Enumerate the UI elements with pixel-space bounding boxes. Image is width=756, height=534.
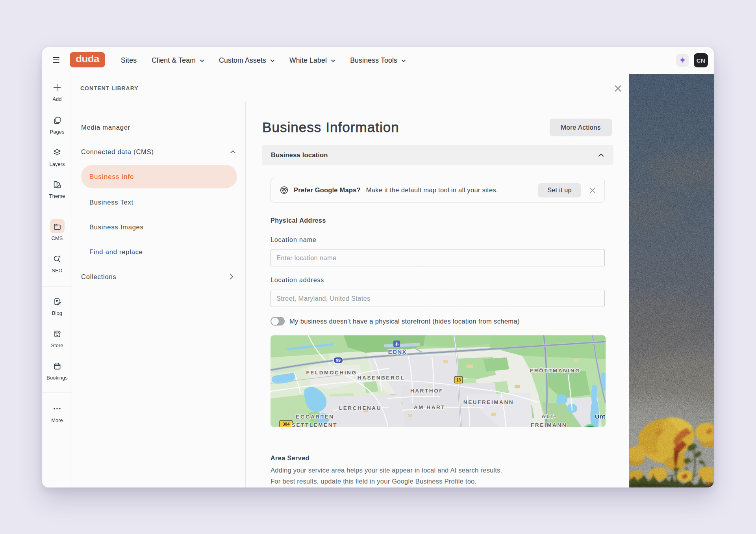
map-label-froettmaning: FRÖTTMANING <box>530 368 580 374</box>
chevron-down-icon <box>331 60 335 62</box>
map-label-am-hart: AM HART <box>414 404 445 410</box>
nav-white-label[interactable]: White Label <box>289 56 335 65</box>
rail-item-layers[interactable]: Layers <box>42 148 72 167</box>
airport-icon <box>393 340 400 347</box>
divider <box>271 436 603 436</box>
location-map[interactable]: 99 13 304 <box>271 335 606 427</box>
area-served-description: Adding your service area helps your site… <box>271 465 502 487</box>
chevron-down-icon <box>402 60 406 62</box>
rail-item-seo[interactable]: SEO <box>42 254 72 274</box>
rail-item-store[interactable]: Store <box>42 329 72 348</box>
business-location-accordion[interactable]: Business location <box>262 145 613 165</box>
rail-item-blog[interactable]: Blog <box>42 297 72 316</box>
banner-text: Make it the default map tool in all your… <box>366 186 498 194</box>
page-title: Business Information <box>262 119 399 135</box>
folder-icon <box>53 223 61 231</box>
blog-icon <box>53 298 61 306</box>
physical-address-label: Physical Address <box>271 217 326 224</box>
ellipsis-icon <box>53 407 61 410</box>
location-name-input[interactable] <box>271 249 605 266</box>
app-window: duda Sites Client & Team Custom Assets W… <box>42 47 714 487</box>
pages-icon <box>53 116 61 125</box>
chevron-down-icon <box>271 60 274 62</box>
rail-item-bookings[interactable]: Bookings <box>42 361 72 381</box>
list-item-business-info-active[interactable]: Business info <box>81 165 237 188</box>
hamburger-menu-icon[interactable] <box>53 57 59 63</box>
route-shield-a99: 99 <box>334 357 343 363</box>
list-item-business-images[interactable]: Business Images <box>72 222 245 232</box>
theme-icon <box>53 180 61 189</box>
content-library-header: CONTENT LIBRARY <box>72 73 629 102</box>
route-13-text: 13 <box>456 378 461 382</box>
map-canvas: 99 13 304 <box>271 335 606 427</box>
list-item-business-text[interactable]: Business Text <box>72 197 245 207</box>
chevron-up-icon <box>230 150 236 154</box>
map-label-settlement: SETTLEMENT <box>292 422 337 427</box>
plus-icon <box>53 83 61 92</box>
route-shield-304: 304 <box>280 421 293 427</box>
content-library-title: CONTENT LIBRARY <box>80 85 139 91</box>
content-library-list: Media manager Connected data (CMS) Busin… <box>72 102 246 487</box>
map-label-unterfoehring: Unt <box>595 413 605 420</box>
nav-custom-assets[interactable]: Custom Assets <box>219 56 274 65</box>
route-shield-13: 13 <box>454 376 463 383</box>
map-label-feldmoching: FELDMOCHING <box>306 370 357 376</box>
set-it-up-button[interactable]: Set it up <box>538 183 581 197</box>
nav-sites[interactable]: Sites <box>121 56 137 65</box>
location-address-input[interactable] <box>271 290 605 307</box>
chevron-up-icon <box>598 153 604 157</box>
main-nav: Sites Client & Team Custom Assets White … <box>121 47 406 73</box>
map-label-eggarten: EGGARTEN <box>296 414 334 420</box>
content-library-panel: CONTENT LIBRARY Media manager Connected … <box>72 73 629 487</box>
map-label-harthof: HARTHOF <box>410 388 443 394</box>
sparkle-icon <box>678 56 687 65</box>
chevron-right-icon <box>230 274 233 280</box>
nav-client-team[interactable]: Client & Team <box>152 56 204 65</box>
map-label-neufreimann: NEUFREIMANN <box>463 399 514 405</box>
map-label-freimann: FREIMANN <box>531 422 567 427</box>
route-304-text: 304 <box>283 422 290 426</box>
chevron-down-icon <box>200 60 204 62</box>
list-item-collections[interactable]: Collections <box>72 272 245 281</box>
duda-logo[interactable]: duda <box>70 52 105 67</box>
business-information-panel: Business Information More Actions Busine… <box>246 102 629 487</box>
topbar-right: CN <box>676 47 714 73</box>
area-served-label: Area Served <box>271 455 309 462</box>
list-item-media-manager[interactable]: Media manager <box>72 123 245 132</box>
map-label-hasenbergl: HASENBERGL <box>358 375 405 381</box>
route-a99-text: 99 <box>336 358 341 363</box>
seo-search-icon <box>53 255 61 263</box>
banner-bold-text: Prefer Google Maps? <box>294 186 361 194</box>
map-label-alt: ALT- <box>541 413 557 419</box>
storefront-toggle[interactable] <box>271 317 285 326</box>
map-label-lerchenau: LERCHENAU <box>339 405 382 411</box>
rail-item-pages[interactable]: Pages <box>42 115 72 135</box>
user-avatar[interactable]: CN <box>694 53 708 67</box>
list-item-find-and-replace[interactable]: Find and replace <box>72 247 245 257</box>
location-address-label: Location address <box>271 277 324 284</box>
rail-item-more[interactable]: More <box>42 404 72 423</box>
top-bar: duda Sites Client & Team Custom Assets W… <box>42 47 714 73</box>
nav-business-tools[interactable]: Business Tools <box>350 56 406 65</box>
editor-rail: Add Pages Layers <box>42 73 72 487</box>
storefront-toggle-row: My business doesn’t have a physical stor… <box>271 317 520 326</box>
site-preview-image <box>629 74 714 487</box>
map-label-ednx: EDNX <box>388 348 406 355</box>
smiley-glasses-icon <box>280 186 289 195</box>
calendar-icon <box>53 362 61 370</box>
list-item-connected-data[interactable]: Connected data (CMS) <box>72 147 245 156</box>
rail-item-theme[interactable]: Theme <box>42 180 72 199</box>
close-icon[interactable] <box>615 85 621 92</box>
location-name-label: Location name <box>271 236 317 244</box>
google-maps-banner: Prefer Google Maps? Make it the default … <box>271 178 605 203</box>
more-actions-button[interactable]: More Actions <box>550 119 612 136</box>
rail-item-cms[interactable]: CMS <box>42 222 72 241</box>
rail-item-add[interactable]: Add <box>42 83 72 102</box>
layers-icon <box>53 148 61 157</box>
store-icon <box>53 330 61 338</box>
storefront-toggle-label: My business doesn’t have a physical stor… <box>289 318 520 325</box>
ai-assistant-button[interactable] <box>676 54 689 67</box>
close-icon[interactable] <box>589 187 596 194</box>
